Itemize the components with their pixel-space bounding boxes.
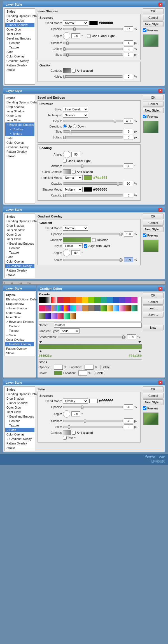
- ge-load-button[interactable]: Load...: [143, 305, 164, 311]
- preset-teal[interactable]: [101, 297, 107, 303]
- p4-sidebar-gradient-overlay[interactable]: Gradient Overlay: [5, 342, 34, 346]
- p3-opacity-input[interactable]: [124, 231, 133, 237]
- preset-pastel[interactable]: [76, 305, 82, 311]
- panel3-cancel-button[interactable]: Cancel: [143, 220, 164, 226]
- ge-stop-top-right[interactable]: [138, 341, 141, 343]
- preset-tan[interactable]: [88, 305, 94, 311]
- p3-sidebar-pattern-overlay[interactable]: Pattern Overlay: [5, 268, 34, 273]
- panel1-contour-preview[interactable]: [63, 68, 71, 73]
- p5-sidebar-outer-glow[interactable]: Outer Glow: [5, 405, 34, 410]
- p2-depth-input[interactable]: [124, 119, 133, 124]
- preset-emerald[interactable]: [131, 305, 137, 311]
- p3-reverse-checkbox[interactable]: [92, 238, 96, 242]
- sidebar-item-blending-options[interactable]: Blending Options: Default: [5, 14, 34, 18]
- p3-style-select[interactable]: Linear: [63, 243, 83, 248]
- p2-sidebar-pattern-overlay[interactable]: Pattern Overlay: [5, 149, 34, 154]
- p5-color-swatch[interactable]: [89, 399, 98, 403]
- p5-sidebar-blending[interactable]: Blending Options: Default: [5, 392, 34, 396]
- panel3-close-button[interactable]: ✕: [158, 208, 162, 212]
- preset-purple[interactable]: [125, 297, 131, 303]
- preset-crimson[interactable]: [57, 297, 64, 303]
- preset-lavender[interactable]: [51, 313, 57, 319]
- preset-green-grad[interactable]: [101, 305, 107, 311]
- p2-sidebar-drop-shadow[interactable]: Drop Shadow: [5, 105, 34, 109]
- panel5-ok-button[interactable]: OK: [143, 386, 164, 392]
- p3-sidebar-stroke[interactable]: Stroke: [5, 273, 34, 277]
- p2-sidebar-bevel-emboss[interactable]: Bevel and Emboss: [5, 122, 34, 127]
- p3-sidebar-blending[interactable]: Blending Options: Default: [5, 219, 34, 223]
- p5-opacity-input[interactable]: [124, 404, 133, 409]
- p2-direction-down-radio[interactable]: [73, 124, 76, 128]
- p2-global-light-checkbox[interactable]: [63, 159, 67, 163]
- panel5-close-button[interactable]: ✕: [158, 381, 162, 384]
- panel1-blend-select[interactable]: Normal: [63, 20, 88, 26]
- panel2-cancel-button[interactable]: Cancel: [143, 101, 164, 107]
- panel1-distance-input[interactable]: [124, 40, 133, 45]
- p2-shadow-select[interactable]: Multiply: [63, 187, 83, 192]
- panel5-cancel-button[interactable]: Cancel: [143, 393, 164, 399]
- p5-size-input[interactable]: [124, 424, 133, 429]
- preset-yellow-green[interactable]: [88, 297, 94, 303]
- p2-direction-up-radio[interactable]: [63, 124, 67, 128]
- p3-scale-input[interactable]: [124, 257, 133, 262]
- preset-green[interactable]: [94, 297, 101, 303]
- p4-sidebar-styles[interactable]: Styles: [5, 293, 34, 297]
- p2-altitude-input[interactable]: [124, 163, 133, 168]
- preset-red-orange[interactable]: [64, 297, 70, 303]
- preset-blue-teal[interactable]: [107, 297, 113, 303]
- panel1-choke-input[interactable]: [124, 46, 133, 51]
- preset-orange[interactable]: [76, 297, 82, 303]
- p2-s-opacity-slider[interactable]: [63, 194, 123, 196]
- p3-sidebar-drop-shadow[interactable]: Drop Shadow: [5, 223, 34, 228]
- p3-sidebar-outer-glow[interactable]: Outer Glow: [5, 232, 34, 237]
- sidebar-item-inner-glow[interactable]: Inner Glow: [5, 32, 34, 36]
- p4-sidebar-color-overlay[interactable]: Color Overlay: [5, 337, 34, 342]
- panel1-anti-alias-checkbox[interactable]: [72, 69, 76, 73]
- p2-soften-slider[interactable]: [63, 136, 123, 138]
- p4-sidebar-blending[interactable]: Blending Options: Default: [5, 297, 34, 302]
- ge-type-select[interactable]: Solid: [60, 328, 80, 333]
- p2-sidebar-inner-shadow[interactable]: Inner Shadow: [5, 109, 34, 113]
- p3-align-layer-checkbox[interactable]: [84, 244, 87, 248]
- p3-gradient-preview[interactable]: [63, 237, 91, 242]
- p5-sidebar-contour[interactable]: Contour: [5, 419, 34, 423]
- p5-sidebar-inner-glow[interactable]: Inner Glow: [5, 410, 34, 414]
- p2-angle-dial[interactable]: [63, 151, 70, 158]
- ge-name-input[interactable]: [54, 323, 142, 328]
- p5-sidebar-bevel-emboss[interactable]: Bevel and Emboss: [5, 414, 34, 419]
- panel1-size-input[interactable]: [124, 52, 133, 57]
- p2-gloss-contour-preview[interactable]: [63, 169, 71, 174]
- preset-sunset[interactable]: [64, 305, 70, 311]
- p2-size-slider[interactable]: [63, 130, 123, 133]
- p2-sidebar-texture[interactable]: ✓ Texture: [5, 131, 34, 136]
- panel1-global-light-checkbox[interactable]: [87, 34, 91, 38]
- p3-opacity-slider[interactable]: [63, 233, 123, 235]
- ge-stop-bottom-right[interactable]: [138, 350, 141, 352]
- panel1-noise-slider[interactable]: [63, 75, 123, 78]
- p5-size-slider[interactable]: [63, 426, 123, 428]
- preset-magenta[interactable]: [131, 297, 137, 303]
- preset-copper[interactable]: [70, 313, 76, 319]
- p4-sidebar-inner-glow[interactable]: Inner Glow: [5, 315, 34, 319]
- p5-blend-select[interactable]: Overlay: [63, 399, 88, 404]
- preset-mint[interactable]: [64, 313, 70, 319]
- p5-opacity-slider[interactable]: [63, 406, 123, 408]
- p2-h-opacity-input[interactable]: [124, 181, 133, 186]
- p5-contour-preview[interactable]: [63, 430, 71, 435]
- sidebar-item-bevel-emboss[interactable]: Bevel and Emboss: [5, 36, 34, 41]
- p2-sidebar-styles[interactable]: Styles: [5, 96, 34, 100]
- preset-sky[interactable]: [113, 305, 119, 311]
- sidebar-item-inner-shadow[interactable]: Inner Shadow: [5, 23, 34, 27]
- p2-sidebar-outer-glow[interactable]: Outer Glow: [5, 113, 34, 118]
- ge-stop-bottom-left[interactable]: [39, 350, 42, 352]
- panel1-opacity-input[interactable]: [124, 26, 133, 31]
- p3-sidebar-styles[interactable]: Styles: [5, 214, 34, 219]
- p2-anti-alias-checkbox[interactable]: [72, 170, 76, 174]
- panel1-close-button[interactable]: ✕: [158, 3, 162, 6]
- sidebar-item-stroke[interactable]: Stroke: [5, 68, 34, 72]
- panel1-choke-slider[interactable]: [63, 48, 123, 50]
- preset-gold[interactable]: [107, 305, 113, 311]
- sidebar-item-color-overlay[interactable]: Color Overlay: [5, 54, 34, 59]
- p3-scale-slider[interactable]: [63, 259, 123, 261]
- panel5-preview-checkbox[interactable]: [143, 406, 146, 410]
